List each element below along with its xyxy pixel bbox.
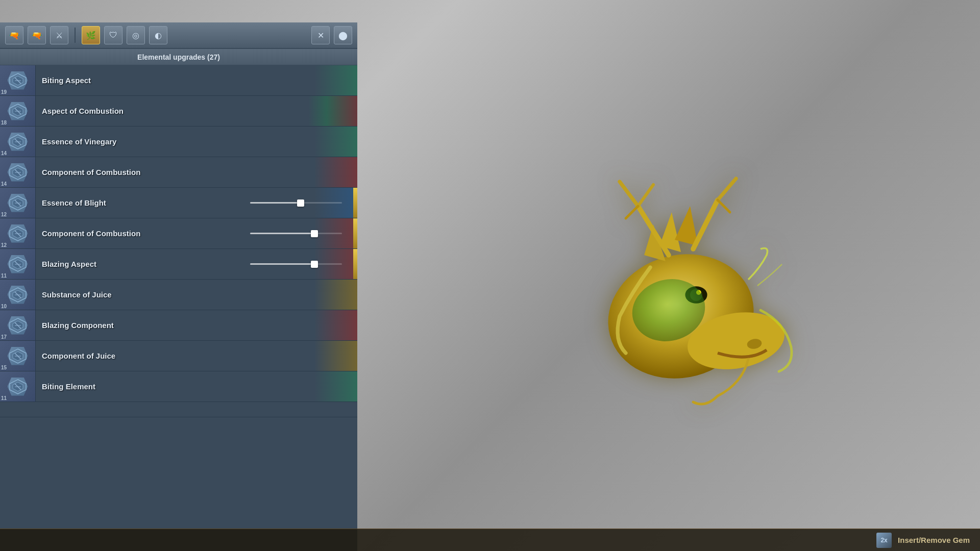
svg-line-6 bbox=[620, 182, 638, 206]
item-icon-shape bbox=[8, 102, 28, 120]
item-content: Essence of Blight bbox=[36, 188, 357, 218]
item-icon: 11 bbox=[0, 371, 36, 402]
item-name: Component of Combustion bbox=[42, 168, 140, 177]
svg-line-10 bbox=[718, 179, 736, 200]
item-color-bar bbox=[296, 157, 357, 187]
item-icon-shape bbox=[8, 255, 28, 273]
halfcircle-icon: ◐ bbox=[155, 31, 162, 40]
slider-handle[interactable] bbox=[297, 199, 304, 207]
item-content: Component of Combustion bbox=[36, 157, 357, 187]
toolbar-pistol-left[interactable]: 🔫 bbox=[5, 26, 23, 44]
dragon-image bbox=[541, 133, 796, 439]
item-color-bar bbox=[296, 127, 357, 157]
toolbar-halfcircle[interactable]: ◐ bbox=[149, 26, 167, 44]
upgrade-item[interactable]: 14Component of Combustion bbox=[0, 157, 357, 188]
item-level: 14 bbox=[1, 151, 7, 156]
toolbar-circle[interactable]: ◎ bbox=[127, 26, 145, 44]
toolbar-melee[interactable]: ⚔ bbox=[50, 26, 68, 44]
item-icon-shape bbox=[8, 163, 28, 182]
item-icon: 12 bbox=[0, 218, 36, 249]
item-icon: 10 bbox=[0, 280, 36, 310]
toolbar-pistol-right[interactable]: 🔫 bbox=[28, 26, 46, 44]
upgrade-item[interactable]: 14Essence of Vinegary bbox=[0, 127, 357, 157]
item-color-bar bbox=[296, 96, 357, 126]
slider-track bbox=[250, 263, 342, 265]
toolbar-filter-off[interactable]: ✕ bbox=[311, 26, 330, 44]
item-slider[interactable] bbox=[250, 199, 342, 207]
item-level: 19 bbox=[1, 89, 7, 95]
section-title: Elemental upgrades (27) bbox=[0, 49, 357, 65]
item-level: 15 bbox=[1, 365, 7, 370]
item-level: 11 bbox=[1, 273, 7, 279]
item-level: 14 bbox=[1, 181, 7, 187]
item-name: Biting Aspect bbox=[42, 76, 91, 85]
item-content: Blazing Component bbox=[36, 310, 357, 340]
item-icon: 15 bbox=[0, 341, 36, 371]
slider-handle[interactable] bbox=[311, 261, 318, 268]
toolbar-elemental[interactable]: 🌿 bbox=[82, 26, 100, 44]
upgrade-item[interactable]: 11Biting Element bbox=[0, 371, 357, 402]
elemental-icon: 🌿 bbox=[86, 31, 96, 40]
toolbar-shield[interactable]: 🛡 bbox=[104, 26, 122, 44]
slider-fill bbox=[250, 233, 314, 234]
filter-on-icon: ⬤ bbox=[338, 31, 348, 40]
item-name: Aspect of Combustion bbox=[42, 107, 124, 115]
item-content: Component of Juice bbox=[36, 341, 357, 371]
status-bar: 2x Insert/Remove Gem bbox=[0, 529, 980, 551]
item-icon-shape bbox=[8, 316, 28, 335]
item-gold-accent bbox=[353, 249, 357, 279]
upgrade-item[interactable]: 15Component of Juice bbox=[0, 341, 357, 371]
toolbar-filter-on[interactable]: ⬤ bbox=[334, 26, 352, 44]
item-icon-shape bbox=[8, 224, 28, 243]
item-name: Biting Element bbox=[42, 382, 95, 391]
item-content: Aspect of Combustion bbox=[36, 96, 357, 126]
item-name: Essence of Blight bbox=[42, 198, 106, 207]
melee-icon: ⚔ bbox=[56, 31, 63, 40]
item-color-bar bbox=[296, 341, 357, 371]
item-color-bar bbox=[296, 371, 357, 402]
svg-marker-4 bbox=[675, 206, 698, 246]
upgrade-item[interactable]: 19Biting Aspect bbox=[0, 65, 357, 96]
upgrade-item[interactable]: 12Component of Combustion bbox=[0, 218, 357, 249]
item-icon-shape bbox=[8, 133, 28, 151]
item-gold-accent bbox=[353, 218, 357, 248]
item-level: 17 bbox=[1, 334, 7, 340]
item-slider[interactable] bbox=[250, 260, 342, 268]
slider-handle[interactable] bbox=[311, 230, 318, 237]
item-name: Blazing Aspect bbox=[42, 260, 96, 268]
pistol-right-icon: 🔫 bbox=[32, 31, 42, 40]
toolbar-separator bbox=[75, 28, 76, 43]
item-icon-shape bbox=[8, 347, 28, 365]
pistol-left-icon: 🔫 bbox=[9, 31, 19, 40]
upgrade-item-partial[interactable] bbox=[0, 402, 357, 417]
slider-fill bbox=[250, 263, 314, 265]
item-icon-shape bbox=[8, 286, 28, 304]
upgrade-item[interactable]: 12Essence of Blight bbox=[0, 188, 357, 218]
item-level: 12 bbox=[1, 242, 7, 248]
slider-fill bbox=[250, 202, 301, 204]
upgrade-item[interactable]: 10Substance of Juice bbox=[0, 280, 357, 310]
upgrade-item[interactable]: 11Blazing Aspect bbox=[0, 249, 357, 280]
slider-track bbox=[250, 202, 342, 204]
item-level: 10 bbox=[1, 304, 7, 309]
upgrades-list[interactable]: 19Biting Aspect18Aspect of Combustion14E… bbox=[0, 65, 357, 551]
dragon-display bbox=[357, 20, 980, 551]
item-icon: 12 bbox=[0, 188, 36, 218]
item-icon: 18 bbox=[0, 96, 36, 127]
item-level: 12 bbox=[1, 212, 7, 217]
gem-count-badge: 2x bbox=[876, 533, 892, 548]
svg-line-7 bbox=[638, 185, 653, 206]
item-color-bar bbox=[296, 310, 357, 340]
circle-icon: ◎ bbox=[132, 31, 139, 40]
upgrade-item[interactable]: 17Blazing Component bbox=[0, 310, 357, 341]
toolbar: 🔫 🔫 ⚔ 🌿 🛡 ◎ ◐ ✕ ⬤ bbox=[0, 22, 357, 49]
item-name: Component of Combustion bbox=[42, 229, 140, 238]
status-action-text: Insert/Remove Gem bbox=[898, 536, 970, 544]
item-gold-accent bbox=[353, 188, 357, 218]
upgrade-item[interactable]: 18Aspect of Combustion bbox=[0, 96, 357, 127]
item-slider[interactable] bbox=[250, 230, 342, 238]
item-icon: 14 bbox=[0, 157, 36, 188]
svg-line-11 bbox=[718, 200, 730, 212]
svg-line-8 bbox=[626, 206, 638, 218]
item-icon-shape bbox=[8, 194, 28, 212]
